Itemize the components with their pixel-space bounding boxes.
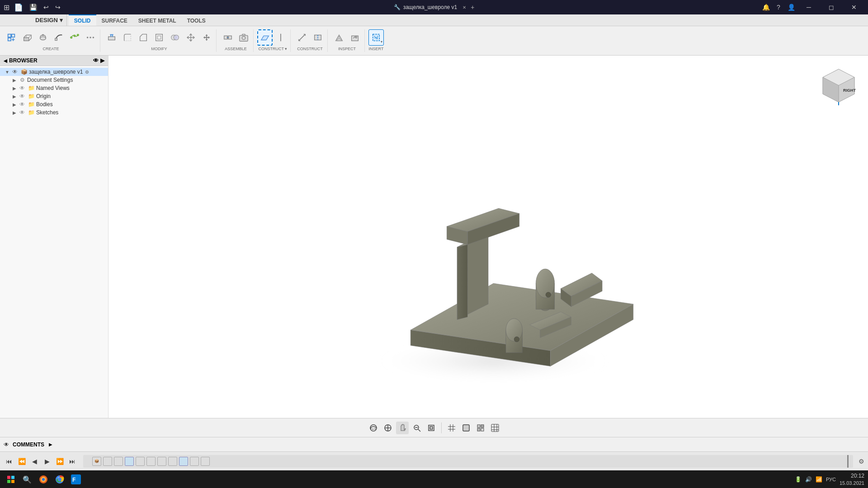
- fusion360-taskbar-icon[interactable]: F: [69, 472, 83, 487]
- more-create-btn[interactable]: [83, 29, 98, 46]
- timeline-end-btn[interactable]: ⏭: [67, 456, 78, 467]
- view-cube[interactable]: RIGHT: [818, 65, 859, 105]
- timeline-track[interactable]: 📦: [83, 455, 853, 468]
- tree-item-named-views[interactable]: ▶ 👁 📁 Named Views: [0, 84, 108, 92]
- redo-icon[interactable]: ↪: [53, 4, 62, 11]
- tree-arrow-bodies[interactable]: ▶: [11, 102, 18, 107]
- tree-arrow-named-views[interactable]: ▶: [11, 86, 18, 91]
- search-btn[interactable]: 🔍: [20, 472, 34, 487]
- tree-arrow-sketches[interactable]: ▶: [11, 110, 18, 115]
- timeline-item-8[interactable]: [168, 457, 177, 466]
- construct-group: CONSTRUCT ▾: [255, 29, 291, 52]
- notification-icon[interactable]: 🔔: [760, 2, 771, 13]
- tree-item-sketches[interactable]: ▶ 👁 📁 Sketches: [0, 108, 108, 117]
- tab-sheet-metal[interactable]: SHEET METAL: [133, 14, 182, 26]
- display-mode-btn[interactable]: [460, 422, 472, 434]
- tree-item-doc-settings[interactable]: ▶ ⚙ Document Settings: [0, 76, 108, 84]
- firefox-icon[interactable]: [36, 472, 51, 487]
- move-btn[interactable]: [183, 29, 198, 46]
- orbit-btn[interactable]: [367, 422, 380, 434]
- revolve-btn[interactable]: [35, 29, 51, 46]
- app-grid-icon[interactable]: ⊞: [4, 3, 9, 12]
- chamfer-btn[interactable]: [136, 29, 151, 46]
- timeline-item-3[interactable]: [114, 457, 123, 466]
- insert-mesh-btn[interactable]: [331, 29, 347, 46]
- joint-btn[interactable]: [220, 29, 236, 46]
- section-btn[interactable]: [310, 29, 326, 46]
- shell-btn[interactable]: [151, 29, 167, 46]
- tab-solid[interactable]: SOLID: [69, 14, 96, 26]
- svg-rect-84: [7, 480, 10, 483]
- timeline-item-4[interactable]: [125, 457, 134, 466]
- timeline-item-10[interactable]: [190, 457, 199, 466]
- new-component-btn[interactable]: [4, 29, 19, 46]
- comments-expand-icon[interactable]: ▶: [49, 442, 52, 447]
- help-icon[interactable]: ?: [773, 2, 784, 13]
- browser-collapse-icon[interactable]: ◀: [4, 58, 7, 63]
- extrude-btn[interactable]: [19, 29, 35, 46]
- start-btn[interactable]: [4, 472, 18, 487]
- tree-arrow-root[interactable]: ▼: [4, 70, 11, 75]
- combine-btn[interactable]: [167, 29, 183, 46]
- minimize-btn[interactable]: ─: [798, 0, 819, 14]
- timeline-item-11[interactable]: [201, 457, 210, 466]
- tree-item-bodies[interactable]: ▶ 👁 📁 Bodies: [0, 100, 108, 108]
- timeline-item-9[interactable]: [179, 457, 188, 466]
- construct-axis-btn[interactable]: [273, 29, 288, 46]
- select-btn[interactable]: [368, 29, 384, 46]
- save-icon[interactable]: 💾: [28, 4, 39, 11]
- pan-orbit-btn[interactable]: [382, 422, 394, 434]
- tab-tools[interactable]: TOOLS: [182, 14, 211, 26]
- fillet-btn[interactable]: [120, 29, 135, 46]
- close-tab-icon[interactable]: ✕: [462, 5, 466, 10]
- timeline-play-btn[interactable]: ▶: [42, 456, 52, 467]
- comments-eye-icon[interactable]: 👁: [4, 441, 9, 448]
- decal-btn[interactable]: [347, 29, 363, 46]
- timeline-playhead[interactable]: [847, 455, 849, 468]
- timeline-settings-icon[interactable]: ⚙: [859, 458, 864, 465]
- tree-arrow-origin[interactable]: ▶: [11, 94, 18, 99]
- modify-cross-btn[interactable]: [199, 29, 214, 46]
- file-menu-icon[interactable]: 📄: [12, 3, 25, 12]
- undo-icon[interactable]: ↩: [42, 4, 51, 11]
- browser-eye-icon[interactable]: 👁: [93, 57, 99, 64]
- tree-item-origin[interactable]: ▶ 👁 📁 Origin: [0, 92, 108, 100]
- timeline-item-1[interactable]: 📦: [92, 457, 101, 466]
- timeline-prev-btn[interactable]: ⏪: [16, 456, 27, 467]
- measure-btn[interactable]: [294, 29, 310, 46]
- sweep-btn[interactable]: [51, 29, 66, 46]
- new-tab-icon[interactable]: +: [471, 4, 474, 11]
- timeline-play-back-btn[interactable]: ◀: [29, 456, 40, 467]
- 3d-model: [108, 56, 868, 418]
- browser-header: ◀ BROWSER 👁 ▶: [0, 56, 108, 66]
- freeform-btn[interactable]: [67, 29, 82, 46]
- chrome-icon[interactable]: [52, 472, 67, 487]
- browser-expand-icon[interactable]: ▶: [100, 57, 104, 64]
- magnify-btn[interactable]: [410, 422, 423, 434]
- account-icon[interactable]: 👤: [786, 2, 797, 13]
- timeline-item-2[interactable]: [103, 457, 112, 466]
- grid-toggle-btn[interactable]: [445, 422, 458, 434]
- zoom-extent-btn[interactable]: [425, 422, 438, 434]
- hand-pan-btn[interactable]: [396, 422, 409, 434]
- design-dropdown[interactable]: DESIGN ▾: [32, 14, 67, 26]
- tree-settings-icon[interactable]: ⚙: [85, 70, 89, 75]
- timeline-item-6[interactable]: [146, 457, 156, 466]
- viewport[interactable]: RIGHT: [108, 56, 868, 418]
- timeline-next-btn[interactable]: ⏩: [54, 456, 65, 467]
- tree-item-root[interactable]: ▼ 👁 📦 защелка_шевроле v1 ⚙: [0, 68, 108, 76]
- camera-btn[interactable]: [236, 29, 251, 46]
- timeline-start-btn[interactable]: ⏮: [4, 456, 14, 467]
- tree-arrow-doc[interactable]: ▶: [11, 78, 18, 83]
- grid-settings-btn[interactable]: [489, 422, 501, 434]
- maximize-btn[interactable]: ◻: [821, 0, 842, 14]
- tab-surface[interactable]: SURFACE: [96, 14, 133, 26]
- timeline-item-7[interactable]: [157, 457, 166, 466]
- plane-btn[interactable]: [257, 29, 273, 46]
- assemble-label: ASSEMBLE: [225, 47, 247, 51]
- press-pull-btn[interactable]: [104, 29, 119, 46]
- close-btn[interactable]: ✕: [844, 0, 864, 14]
- visual-style-btn[interactable]: [474, 422, 487, 434]
- language-label[interactable]: РУС: [826, 477, 836, 482]
- timeline-item-5[interactable]: [136, 457, 145, 466]
